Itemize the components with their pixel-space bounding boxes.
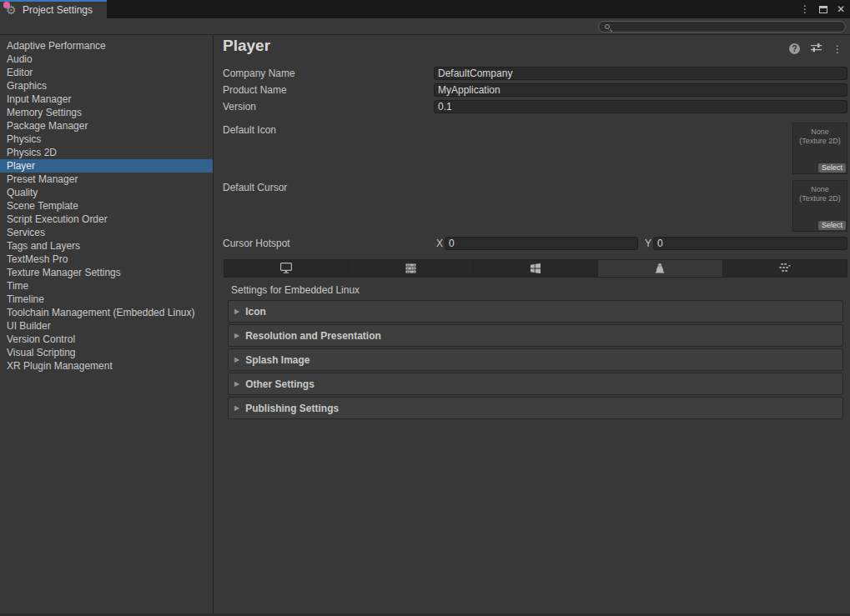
sidebar-item-visual-scripting[interactable]: Visual Scripting [0, 346, 213, 359]
sidebar-item-textmesh-pro[interactable]: TextMesh Pro [0, 253, 213, 266]
window-menu-icon[interactable]: ⋮ [800, 4, 810, 14]
search-field[interactable] [598, 21, 846, 33]
default-cursor-none-text: None [793, 185, 847, 194]
default-icon-type-text: (Texture 2D) [793, 137, 847, 146]
hotspot-x-label: X [436, 238, 443, 249]
sidebar-item-services[interactable]: Services [0, 226, 213, 239]
tab-project-settings[interactable]: ⚙ Project Settings [0, 0, 107, 18]
sidebar-item-xr-plugin-management[interactable]: XR Plugin Management [0, 359, 213, 373]
section-splash-image[interactable]: ▶Splash Image [228, 348, 843, 371]
product-name-label: Product Name [223, 84, 287, 96]
company-name-field[interactable] [434, 67, 847, 80]
sidebar-item-adaptive-performance[interactable]: Adaptive Performance [0, 39, 213, 53]
sidebar-item-time[interactable]: Time [0, 279, 213, 293]
help-icon[interactable]: ? [789, 43, 800, 54]
section-label: Resolution and Presentation [245, 330, 381, 342]
page-title: Player [223, 37, 270, 55]
platform-tab-embedded-linux[interactable] [598, 260, 722, 277]
section-resolution-and-presentation[interactable]: ▶Resolution and Presentation [228, 324, 843, 347]
foldout-arrow-icon: ▶ [234, 405, 239, 412]
sidebar-item-input-manager[interactable]: Input Manager [0, 93, 213, 106]
sidebar-item-texture-manager-settings[interactable]: Texture Manager Settings [0, 266, 213, 279]
section-label: Publishing Settings [245, 403, 339, 414]
platform-tab-qnx[interactable] [723, 260, 847, 277]
sidebar-item-package-manager[interactable]: Package Manager [0, 119, 213, 133]
hotspot-y-field[interactable] [653, 237, 847, 250]
search-icon [605, 24, 610, 29]
section-icon[interactable]: ▶Icon [228, 300, 843, 323]
section-publishing-settings[interactable]: ▶Publishing Settings [228, 397, 843, 419]
foldout-arrow-icon: ▶ [234, 357, 239, 363]
default-icon-label: Default Icon [223, 124, 276, 136]
hotspot-x-field[interactable] [445, 237, 638, 250]
search-input[interactable] [614, 22, 845, 32]
sidebar-item-audio[interactable]: Audio [0, 53, 213, 66]
platform-tab-bar [224, 259, 847, 278]
version-label: Version [223, 101, 256, 113]
windows-icon [531, 263, 541, 273]
default-icon-select-button[interactable]: Select [818, 163, 846, 173]
sidebar-item-scene-template[interactable]: Scene Template [0, 199, 213, 213]
company-name-label: Company Name [223, 68, 295, 79]
default-cursor-label: Default Cursor [223, 182, 287, 193]
panel-menu-icon[interactable]: ⋮ [832, 44, 842, 54]
maximize-icon[interactable] [819, 6, 827, 13]
settings-sections: ▶Icon▶Resolution and Presentation▶Splash… [228, 300, 843, 421]
foldout-arrow-icon: ▶ [234, 381, 239, 388]
qnx-icon [778, 263, 791, 273]
sidebar-item-tags-and-layers[interactable]: Tags and Layers [0, 239, 213, 253]
tab-title: Project Settings [23, 4, 93, 16]
sidebar-item-editor[interactable]: Editor [0, 66, 213, 79]
sidebar-item-toolchain-management-embedded-linux[interactable]: Toolchain Management (Embedded Linux) [0, 306, 213, 319]
product-name-field[interactable] [434, 83, 847, 97]
presets-icon[interactable] [811, 43, 822, 55]
settings-category-list: Adaptive PerformanceAudioEditorGraphicsI… [0, 35, 214, 616]
sidebar-item-ui-builder[interactable]: UI Builder [0, 319, 213, 333]
player-settings-panel: Player ? ⋮ Company Name Product Name Ver… [214, 35, 850, 616]
sidebar-item-physics[interactable]: Physics [0, 133, 213, 146]
body-area: Adaptive PerformanceAudioEditorGraphicsI… [0, 35, 850, 616]
default-cursor-type-text: (Texture 2D) [793, 194, 847, 203]
section-label: Other Settings [245, 378, 314, 390]
foldout-arrow-icon: ▶ [234, 308, 239, 315]
section-label: Splash Image [245, 354, 309, 366]
window-controls: ⋮ ✕ [800, 0, 845, 18]
cursor-hotspot-label: Cursor Hotspot [223, 238, 290, 249]
platform-tab-dedicated-server[interactable] [349, 260, 473, 277]
monitor-icon [280, 263, 292, 273]
settings-for-platform-label: Settings for Embedded Linux [231, 284, 360, 296]
platform-tab-windows[interactable] [474, 260, 598, 277]
default-cursor-object-well[interactable]: None (Texture 2D) Select [792, 180, 847, 232]
server-icon [405, 263, 416, 273]
section-other-settings[interactable]: ▶Other Settings [228, 373, 843, 395]
pink-badge-icon [3, 2, 10, 8]
sidebar-item-physics-2d[interactable]: Physics 2D [0, 146, 213, 159]
close-icon[interactable]: ✕ [837, 3, 845, 15]
default-icon-none-text: None [793, 128, 847, 137]
sidebar-item-script-execution-order[interactable]: Script Execution Order [0, 213, 213, 226]
sidebar-item-quality[interactable]: Quality [0, 186, 213, 199]
panel-header-icons: ? ⋮ [789, 43, 842, 55]
platform-tab-desktop[interactable] [224, 260, 349, 277]
sidebar-item-memory-settings[interactable]: Memory Settings [0, 106, 213, 119]
foldout-arrow-icon: ▶ [234, 333, 239, 339]
project-settings-window: ⚙ Project Settings ⋮ ✕ Adaptive Performa… [0, 0, 850, 616]
titlebar: ⚙ Project Settings ⋮ ✕ [0, 0, 850, 18]
linux-penguin-icon [655, 263, 665, 274]
section-label: Icon [245, 306, 266, 318]
hotspot-y-label: Y [645, 238, 651, 249]
version-field[interactable] [434, 100, 847, 113]
gear-icon: ⚙ [6, 5, 18, 15]
sidebar-item-timeline[interactable]: Timeline [0, 293, 213, 306]
toolbar [0, 18, 850, 35]
sidebar-item-preset-manager[interactable]: Preset Manager [0, 173, 213, 186]
sidebar-item-player[interactable]: Player [0, 159, 213, 173]
sidebar-item-version-control[interactable]: Version Control [0, 333, 213, 346]
sidebar-item-graphics[interactable]: Graphics [0, 79, 213, 93]
default-cursor-select-button[interactable]: Select [818, 221, 846, 230]
default-icon-object-well[interactable]: None (Texture 2D) Select [792, 123, 847, 174]
